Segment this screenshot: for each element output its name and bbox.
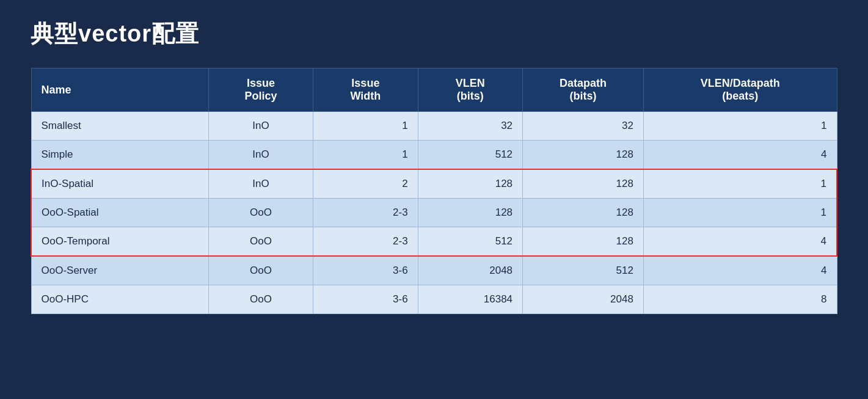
table-container: Name IssuePolicy IssueWidth VLEN(bits) D… [31, 68, 837, 381]
table-cell: InO [208, 169, 313, 199]
table-cell: 32 [523, 112, 644, 141]
table-cell: 128 [523, 199, 644, 227]
table-cell: 32 [418, 112, 522, 141]
table-cell: InO-Spatial [31, 169, 208, 199]
table-cell: InO [208, 112, 313, 141]
header-vlen: VLEN(bits) [418, 68, 522, 112]
header-issue-policy: IssuePolicy [208, 68, 313, 112]
table-row: OoO-ServerOoO3-620485124 [31, 256, 837, 285]
table-cell: 1 [643, 169, 837, 199]
table-cell: OoO-HPC [31, 285, 208, 314]
table-cell: 4 [643, 141, 837, 170]
table-row: OoO-HPCOoO3-61638420488 [31, 285, 837, 314]
table-cell: 3-6 [313, 285, 418, 314]
table-cell: 1 [643, 112, 837, 141]
table-cell: Simple [31, 141, 208, 170]
header-issue-width: IssueWidth [313, 68, 418, 112]
table-cell: 2-3 [313, 227, 418, 257]
table-cell: OoO-Server [31, 256, 208, 285]
table-cell: OoO [208, 285, 313, 314]
table-row: SimpleInO15121284 [31, 141, 837, 170]
table-cell: InO [208, 141, 313, 170]
page-title: 典型vector配置 [31, 18, 837, 49]
header-datapath: Datapath(bits) [523, 68, 644, 112]
table-cell: 128 [523, 141, 644, 170]
table-cell: 512 [523, 256, 644, 285]
table-cell: Smallest [31, 112, 208, 141]
table-cell: 4 [643, 227, 837, 257]
table-cell: 1 [313, 141, 418, 170]
table-cell: 3-6 [313, 256, 418, 285]
table-row: InO-SpatialInO21281281 [31, 169, 837, 199]
table-cell: 2 [313, 169, 418, 199]
table-cell: 8 [643, 285, 837, 314]
table-row: OoO-TemporalOoO2-35121284 [31, 227, 837, 257]
table-cell: 128 [523, 169, 644, 199]
table-cell: OoO [208, 199, 313, 227]
table-cell: 128 [418, 199, 522, 227]
table-row: SmallestInO132321 [31, 112, 837, 141]
table-row: OoO-SpatialOoO2-31281281 [31, 199, 837, 227]
table-cell: 512 [418, 227, 522, 257]
table-cell: 512 [418, 141, 522, 170]
table-cell: 128 [418, 169, 522, 199]
header-beats: VLEN/Datapath(beats) [643, 68, 837, 112]
table-header-row: Name IssuePolicy IssueWidth VLEN(bits) D… [31, 68, 837, 112]
table-cell: 2048 [418, 256, 522, 285]
table-cell: 1 [643, 199, 837, 227]
table-cell: 16384 [418, 285, 522, 314]
table-cell: 2048 [523, 285, 644, 314]
table-cell: 4 [643, 256, 837, 285]
table-cell: OoO [208, 227, 313, 257]
table-cell: OoO [208, 256, 313, 285]
table-cell: OoO-Temporal [31, 227, 208, 257]
config-table: Name IssuePolicy IssueWidth VLEN(bits) D… [31, 68, 837, 314]
table-cell: 128 [523, 227, 644, 257]
table-cell: OoO-Spatial [31, 199, 208, 227]
table-cell: 1 [313, 112, 418, 141]
header-name: Name [31, 68, 208, 112]
table-cell: 2-3 [313, 199, 418, 227]
